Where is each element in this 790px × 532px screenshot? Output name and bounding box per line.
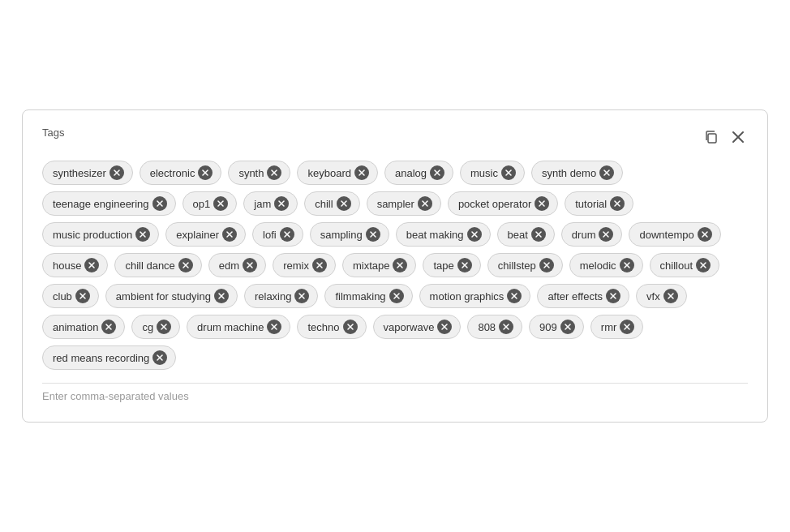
tag-close-button[interactable] [135,227,150,242]
tag-close-button[interactable] [312,258,327,272]
tag-item: techno [297,315,366,339]
tag-item: sampling [310,222,389,247]
tag-close-button[interactable] [267,320,281,334]
tag-close-button[interactable] [75,289,90,303]
tag-item: chill [304,191,359,216]
input-hint: Enter comma-separated values [42,383,748,402]
tag-close-button[interactable] [457,258,472,272]
close-icon [732,131,745,144]
tag-label: house [53,260,81,272]
tag-close-button[interactable] [430,165,444,180]
tag-close-button[interactable] [599,227,613,242]
tag-item: vaporwave [373,315,462,339]
tag-label: synth demo [542,167,596,179]
tag-close-button[interactable] [507,289,522,303]
tag-item: club [42,284,99,308]
tag-label: drum machine [197,321,264,333]
tag-label: music production [53,229,132,241]
tag-close-button[interactable] [84,258,99,272]
tag-close-button[interactable] [152,196,167,211]
tag-close-button[interactable] [222,227,237,242]
tag-close-button[interactable] [535,196,549,211]
tag-close-button[interactable] [152,350,167,365]
tag-close-button[interactable] [294,289,309,303]
tag-close-button[interactable] [539,258,554,272]
svg-rect-0 [708,134,716,143]
tag-close-button[interactable] [499,320,513,334]
tag-label: lofi [263,229,277,241]
tag-close-button[interactable] [696,258,711,272]
close-button[interactable] [728,127,748,147]
tag-item: house [42,253,108,277]
tag-label: electronic [150,167,195,179]
tag-item: explainer [165,222,246,247]
tag-close-button[interactable] [698,227,712,242]
tag-label: pocket operator [458,198,531,210]
tag-close-button[interactable] [560,320,575,334]
tag-label: mixtape [353,260,390,272]
tag-close-button[interactable] [280,227,294,242]
tag-label: 909 [539,321,557,333]
tag-item: jam [243,191,298,216]
tag-close-button[interactable] [418,196,432,211]
tag-label: teenage engineering [53,198,149,210]
tag-label: relaxing [255,290,292,302]
tags-card: Tags synthesizerelectronicsynthkeyboard [22,109,768,423]
tag-close-button[interactable] [606,289,620,303]
copy-button[interactable] [701,127,722,148]
tag-close-button[interactable] [663,289,678,303]
tag-close-button[interactable] [243,258,257,272]
tag-label: edm [219,260,239,272]
tag-label: analog [395,167,427,179]
tag-label: chill dance [125,260,174,272]
tag-item: relaxing [244,284,319,308]
tag-item: edm [208,253,266,277]
tag-close-button[interactable] [178,258,193,272]
tag-close-button[interactable] [393,258,407,272]
tag-close-button[interactable] [467,227,482,242]
tag-close-button[interactable] [213,196,228,211]
tag-close-button[interactable] [620,320,634,334]
tag-close-button[interactable] [620,258,634,272]
tag-label: filmmaking [335,290,385,302]
tag-item: mixtape [342,253,417,277]
tag-close-button[interactable] [157,320,171,334]
tag-label: techno [307,321,339,333]
tag-close-button[interactable] [354,165,369,180]
tag-item: lofi [252,222,303,247]
tag-label: synthesizer [53,167,106,179]
tag-label: keyboard [307,167,350,179]
tag-label: jam [254,198,271,210]
tag-close-button[interactable] [610,196,625,211]
tag-label: chillstep [498,260,536,272]
tag-close-button[interactable] [531,227,546,242]
tag-item: analog [384,161,453,185]
tag-close-button[interactable] [198,165,213,180]
tag-item: drum [561,222,623,247]
tag-close-button[interactable] [437,320,452,334]
tag-item: remix [273,253,336,277]
tag-close-button[interactable] [501,165,516,180]
tag-close-button[interactable] [366,227,380,242]
tag-item: chillstep [487,253,563,277]
tag-close-button[interactable] [101,320,116,334]
tag-label: op1 [193,198,211,210]
tag-item: sampler [367,191,441,216]
tag-item: motion graphics [419,284,531,308]
tag-label: 808 [478,321,496,333]
tag-close-button[interactable] [599,165,614,180]
tag-item: tape [423,253,480,277]
tag-label: explainer [176,229,219,241]
tag-close-button[interactable] [214,289,229,303]
tag-close-button[interactable] [274,196,289,211]
page-container: Tags synthesizerelectronicsynthkeyboard [0,0,790,532]
tag-item: music production [42,222,159,247]
tag-label: sampler [377,198,414,210]
tag-close-button[interactable] [267,165,281,180]
tag-close-button[interactable] [343,320,358,334]
tag-close-button[interactable] [337,196,351,211]
tag-label: remix [283,260,309,272]
tag-close-button[interactable] [389,289,404,303]
tag-close-button[interactable] [109,165,124,180]
tag-label: music [470,167,498,179]
